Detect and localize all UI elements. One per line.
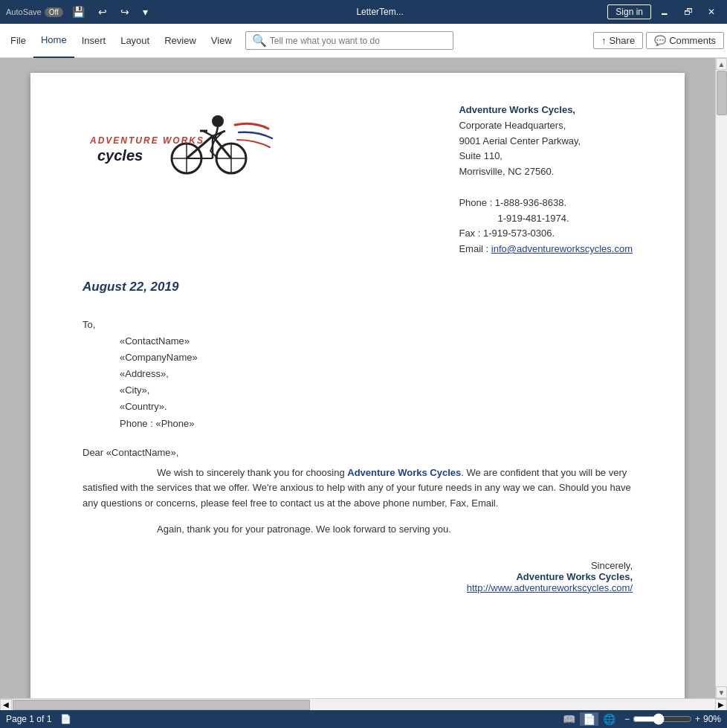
tab-view[interactable]: View	[204, 24, 239, 58]
zoom-slider[interactable]	[633, 713, 692, 725]
merge-country: «Country».	[120, 399, 633, 415]
tab-review[interactable]: Review	[157, 24, 204, 58]
company-phone2: 1-919-481-1974.	[459, 211, 633, 227]
h-scroll-track[interactable]	[12, 699, 715, 711]
email-label: Email :	[459, 243, 491, 254]
merge-company-name: «CompanyName»	[120, 349, 633, 366]
h-scroll-thumb[interactable]	[13, 700, 310, 710]
ribbon-search-box[interactable]: 🔍	[245, 31, 453, 50]
letter-header: ADVENTURE WORKS cycles Adventure Works C…	[83, 103, 633, 257]
title-bar: AutoSave Off 💾 ↩ ↪ ▾ LetterTem... Sign i…	[0, 0, 727, 24]
restore-button[interactable]: 🗗	[678, 5, 699, 19]
signature-block: Sincerely, Adventure Works Cycles, http:…	[83, 560, 633, 593]
search-icon: 🔍	[252, 33, 267, 48]
scroll-left-arrow[interactable]: ◀	[0, 699, 12, 711]
zoom-control: − + 90%	[624, 713, 721, 725]
company-info: Adventure Works Cycles, Corporate Headqu…	[459, 103, 633, 257]
svg-text:ADVENTURE WORKS: ADVENTURE WORKS	[89, 135, 204, 146]
sincerely: Sincerely,	[83, 560, 633, 571]
address-block: To, «ContactName» «CompanyName» «Address…	[83, 317, 633, 432]
redo-button[interactable]: ↪	[116, 4, 134, 19]
merge-contact-name: «ContactName»	[120, 333, 633, 349]
document-area: ADVENTURE WORKS cycles Adventure Works C…	[0, 58, 715, 698]
save-button[interactable]: 💾	[68, 4, 89, 19]
close-button[interactable]: ✕	[702, 5, 721, 19]
merge-phone: Phone : «Phone»	[120, 416, 633, 432]
svg-point-13	[212, 115, 224, 127]
title-bar-left: AutoSave Off 💾 ↩ ↪ ▾	[6, 4, 152, 19]
body-paragraph-2: Again, thank you for your patronage. We …	[83, 522, 633, 538]
autosave-toggle[interactable]: Off	[45, 7, 63, 17]
status-left: Page 1 of 1 📄	[6, 714, 71, 724]
company-line1: Corporate Headquarters,	[459, 118, 633, 134]
zoom-percent: 90%	[703, 714, 721, 724]
title-bar-right: Sign in 🗕 🗗 ✕	[607, 4, 721, 19]
status-bar: Page 1 of 1 📄 📖 📄 🌐 − + 90%	[0, 710, 727, 728]
address-contact: «ContactName» «CompanyName» «Address», «…	[83, 333, 633, 432]
svg-text:cycles: cycles	[97, 147, 143, 164]
view-buttons: 📖 📄 🌐	[560, 712, 618, 726]
website-link[interactable]: http://www.adventureworkscycles.com/	[467, 582, 633, 593]
company-line2: 9001 Aerial Center Parkway,	[459, 134, 633, 149]
email-link[interactable]: info@adventureworkscycles.com	[491, 243, 633, 254]
scroll-down-arrow[interactable]: ▼	[716, 686, 727, 698]
autosave-label: AutoSave	[6, 7, 42, 16]
scroll-thumb[interactable]	[717, 71, 727, 115]
company-phone1: Phone : 1-888-936-8638.	[459, 196, 633, 211]
autosave-badge: AutoSave Off	[6, 7, 63, 17]
comments-button[interactable]: 💬 Comments	[646, 32, 724, 49]
body-paragraph-1: We wish to sincerely thank you for choos…	[83, 466, 633, 512]
main-area: ADVENTURE WORKS cycles Adventure Works C…	[0, 58, 727, 698]
merge-address: «Address»,	[120, 366, 633, 382]
dear-line: Dear «ContactName»,	[83, 447, 633, 458]
customize-button[interactable]: ▾	[138, 4, 152, 19]
to-label: To,	[83, 317, 633, 333]
document-page[interactable]: ADVENTURE WORKS cycles Adventure Works C…	[30, 73, 685, 698]
zoom-plus[interactable]: +	[695, 714, 700, 724]
scroll-track[interactable]	[716, 70, 727, 686]
page-info: Page 1 of 1	[6, 714, 51, 724]
search-input[interactable]	[270, 36, 447, 46]
comment-icon: 💬	[654, 35, 666, 46]
letter-body: We wish to sincerely thank you for choos…	[83, 466, 633, 538]
read-view-button[interactable]: 📖	[560, 712, 578, 726]
sign-in-button[interactable]: Sign in	[607, 4, 651, 19]
company-logo: ADVENTURE WORKS cycles	[83, 103, 276, 177]
status-right: 📖 📄 🌐 − + 90%	[560, 712, 721, 726]
scroll-up-arrow[interactable]: ▲	[716, 58, 727, 70]
tab-home[interactable]: Home	[33, 24, 74, 58]
company-line4: Morrisville, NC 27560.	[459, 164, 633, 180]
tab-insert[interactable]: Insert	[74, 24, 114, 58]
minimize-button[interactable]: 🗕	[654, 5, 675, 19]
vertical-scrollbar[interactable]: ▲ ▼	[715, 58, 727, 698]
print-view-button[interactable]: 📄	[580, 712, 598, 726]
horizontal-scrollbar[interactable]: ◀ ▶	[0, 698, 727, 710]
undo-button[interactable]: ↩	[94, 4, 112, 19]
ribbon-actions: ↑ Share 💬 Comments	[593, 32, 724, 49]
logo-area: ADVENTURE WORKS cycles	[83, 103, 276, 177]
zoom-minus[interactable]: −	[624, 714, 630, 724]
merge-city: «City»,	[120, 382, 633, 399]
word-count-icon: 📄	[60, 714, 71, 724]
share-button[interactable]: ↑ Share	[593, 32, 643, 49]
window-title: LetterTem...	[152, 7, 607, 17]
letter-date: August 22, 2019	[83, 280, 633, 294]
tab-file[interactable]: File	[3, 24, 33, 58]
ribbon: File Home Insert Layout Review View 🔍 ↑ …	[0, 24, 727, 58]
web-view-button[interactable]: 🌐	[600, 712, 618, 726]
share-icon: ↑	[601, 35, 607, 46]
company-line3: Suite 110,	[459, 149, 633, 164]
company-fax: Fax : 1-919-573-0306.	[459, 226, 633, 242]
company-name: Adventure Works Cycles,	[459, 103, 633, 118]
tab-layout[interactable]: Layout	[113, 24, 157, 58]
sig-name: Adventure Works Cycles,	[83, 571, 633, 582]
scroll-right-arrow[interactable]: ▶	[715, 699, 727, 711]
company-email: Email : info@adventureworkscycles.com	[459, 242, 633, 257]
